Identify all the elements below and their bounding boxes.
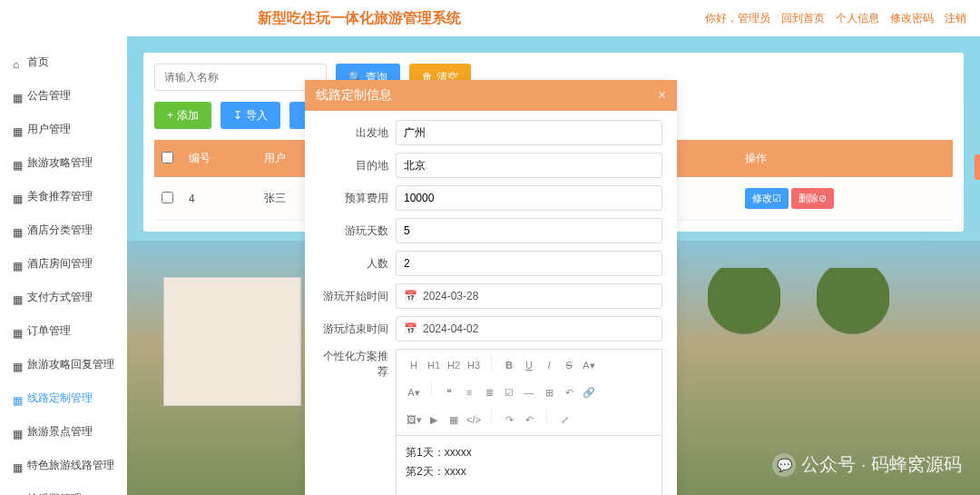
link-button[interactable]: 🔗 bbox=[579, 382, 599, 402]
content-line: 第2天：xxxx bbox=[406, 464, 652, 480]
fullscreen-button[interactable]: ⤢ bbox=[554, 410, 574, 430]
h2-button[interactable]: H2 bbox=[444, 355, 464, 375]
italic-button[interactable]: I bbox=[539, 355, 559, 375]
watermark: 💬 公众号 · 码蜂窝源码 bbox=[772, 452, 962, 477]
list-ol-button[interactable]: ≣ bbox=[479, 382, 499, 402]
modal-body: 出发地 目的地 预算费用 游玩天数 人数 游玩开始时间 📅2024-03-28 … bbox=[305, 111, 677, 495]
font-color-button[interactable]: A▾ bbox=[579, 355, 599, 375]
modal-header: 线路定制信息 × bbox=[305, 80, 677, 111]
route-custom-modal: 线路定制信息 × 出发地 目的地 预算费用 游玩天数 人数 游玩开始时间 📅20… bbox=[305, 80, 677, 495]
table-button[interactable]: ⊞ bbox=[539, 382, 559, 402]
modal-title: 线路定制信息 bbox=[316, 87, 392, 104]
rich-toolbar: H H1 H2 H3 B U I S A▾ A▾ bbox=[396, 349, 662, 435]
input-people[interactable] bbox=[396, 251, 662, 276]
h3-button[interactable]: H3 bbox=[464, 355, 484, 375]
label-end-time: 游玩结束时间 bbox=[319, 322, 396, 337]
separator bbox=[491, 408, 492, 424]
input-start-time[interactable]: 📅2024-03-28 bbox=[396, 283, 662, 309]
separator bbox=[546, 408, 547, 424]
bold-button[interactable]: B bbox=[499, 355, 519, 375]
strike-button[interactable]: S bbox=[559, 355, 579, 375]
code-button[interactable]: </> bbox=[464, 410, 484, 430]
label-departure: 出发地 bbox=[319, 125, 396, 141]
bg-color-button[interactable]: A▾ bbox=[404, 382, 424, 402]
label-start-time: 游玩开始时间 bbox=[319, 289, 396, 304]
separator bbox=[491, 353, 492, 370]
underline-button[interactable]: U bbox=[519, 355, 539, 375]
input-end-time[interactable]: 📅2024-04-02 bbox=[396, 316, 662, 342]
h1-button[interactable]: H1 bbox=[424, 355, 444, 375]
modal-close-button[interactable]: × bbox=[658, 87, 666, 104]
list-ul-button[interactable]: ≡ bbox=[459, 382, 479, 402]
image-button[interactable]: 🖼▾ bbox=[404, 410, 424, 430]
undo2-button[interactable]: ↶ bbox=[559, 382, 579, 402]
input-departure[interactable] bbox=[396, 120, 662, 145]
quote-button[interactable]: ❝ bbox=[439, 382, 459, 402]
heading-icon[interactable]: H bbox=[404, 355, 424, 375]
grid-button[interactable]: ▦ bbox=[444, 410, 464, 430]
calendar-icon: 📅 bbox=[404, 290, 417, 302]
label-destination: 目的地 bbox=[319, 158, 396, 173]
input-destination[interactable] bbox=[396, 153, 662, 178]
wechat-icon: 💬 bbox=[772, 453, 796, 477]
rich-content-area[interactable]: 第1天：xxxxx 第2天：xxxx bbox=[396, 435, 662, 495]
input-budget[interactable] bbox=[396, 185, 662, 211]
label-people: 人数 bbox=[319, 256, 396, 272]
content-line: 第1天：xxxxx bbox=[406, 445, 652, 460]
video-button[interactable]: ▶ bbox=[424, 410, 444, 430]
input-days[interactable] bbox=[396, 218, 662, 243]
hr-button[interactable]: — bbox=[519, 382, 539, 402]
label-days: 游玩天数 bbox=[319, 223, 396, 239]
redo-button[interactable]: ↷ bbox=[499, 410, 519, 430]
checklist-button[interactable]: ☑ bbox=[499, 382, 519, 402]
rich-editor: H H1 H2 H3 B U I S A▾ A▾ bbox=[396, 349, 662, 495]
label-budget: 预算费用 bbox=[319, 191, 396, 206]
label-plan: 个性化方案推荐 bbox=[319, 349, 396, 380]
separator bbox=[431, 381, 432, 397]
undo-button[interactable]: ↶ bbox=[519, 410, 539, 430]
calendar-icon: 📅 bbox=[404, 322, 417, 335]
